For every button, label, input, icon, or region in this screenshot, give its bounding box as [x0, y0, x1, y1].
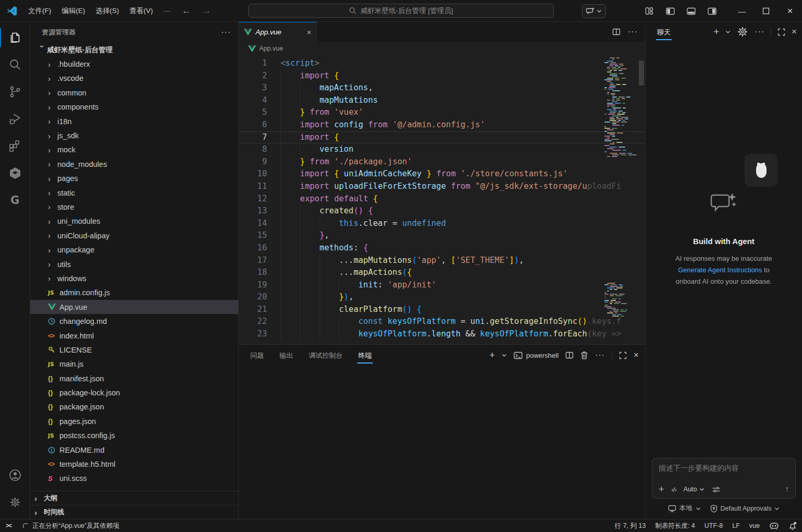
command-center-search[interactable]: 咸虾米壁纸-后台管理 [管理员] — [248, 4, 554, 18]
menu-item-file[interactable]: 文件(F) — [23, 4, 56, 18]
editor-scrollbar[interactable] — [638, 55, 645, 344]
tree-item-utils[interactable]: ›utils — [30, 257, 238, 271]
back-arrow-icon[interactable]: ← — [177, 5, 196, 17]
split-terminal-icon[interactable] — [565, 352, 574, 359]
shell-label[interactable]: powershell — [526, 352, 558, 359]
generate-agent-instructions-link[interactable]: Generate Agent Instructions — [678, 266, 762, 274]
maximize-chat-icon[interactable] — [777, 28, 785, 36]
toggle-sidebar-icon[interactable] — [661, 3, 679, 19]
tree-item-main-js[interactable]: JSmain.js — [30, 357, 238, 371]
session-target-picker[interactable]: 本地 — [668, 504, 701, 513]
toggle-secondary-sidebar-icon[interactable] — [703, 3, 721, 19]
terminal-dropdown-icon[interactable] — [502, 353, 507, 357]
search-sidebar-icon[interactable] — [0, 51, 30, 78]
tree-item-js-sdk[interactable]: ›js_sdk — [30, 128, 238, 142]
tree-item-readme-md[interactable]: README.md — [30, 443, 238, 457]
menu-item-view[interactable]: 查看(V) — [124, 4, 158, 18]
maximize-button[interactable] — [754, 0, 778, 22]
new-chat-dropdown-icon[interactable] — [725, 30, 731, 34]
copilot-chat-button[interactable] — [582, 4, 606, 18]
breadcrumb[interactable]: App.vue — [239, 42, 645, 55]
section-timeline[interactable]: ›时间线 — [30, 505, 238, 519]
gitlens-icon[interactable]: G — [0, 187, 30, 214]
model-picker[interactable]: Auto — [684, 486, 704, 493]
tree-item-index-html[interactable]: <>index.html — [30, 329, 238, 343]
tree-item-admin-config-js[interactable]: JSadmin.config.js — [30, 286, 238, 300]
kill-terminal-icon[interactable] — [580, 351, 588, 359]
tree-item-app-vue[interactable]: App.vue — [30, 300, 238, 314]
panel-tab-terminal[interactable]: 终端 — [357, 346, 373, 365]
code-context-icon[interactable]: ‹/› — [672, 486, 676, 493]
tree-item-components[interactable]: ›components — [30, 100, 238, 114]
status-encoding[interactable]: UTF-8 — [704, 522, 723, 529]
chat-more-actions-icon[interactable]: ··· — [755, 27, 764, 37]
customize-layout-icon[interactable] — [640, 3, 658, 19]
new-terminal-icon[interactable]: + — [489, 350, 495, 360]
new-chat-icon[interactable]: + — [714, 27, 720, 37]
tree-item-node-modules[interactable]: ›node_modules — [30, 157, 238, 171]
terminal-content[interactable] — [239, 366, 645, 519]
tree-item--hbuilderx[interactable]: ›.hbuilderx — [30, 57, 238, 71]
tree-item-uni-modules[interactable]: ›uni_modules — [30, 214, 238, 228]
split-editor-icon[interactable] — [612, 28, 621, 35]
explorer-more-actions-icon[interactable]: ··· — [221, 28, 231, 37]
tree-item-i18n[interactable]: ›i18n — [30, 114, 238, 128]
minimap[interactable] — [604, 57, 637, 317]
panel-tab-debug-console[interactable]: 调试控制台 — [308, 346, 344, 365]
tree-item-unpackage[interactable]: ›unpackage — [30, 243, 238, 257]
tree-item-mock[interactable]: ›mock — [30, 143, 238, 157]
tree-item-package-json[interactable]: {}package.json — [30, 400, 238, 414]
editor-more-actions-icon[interactable]: ··· — [628, 27, 638, 37]
tree-item-common[interactable]: ›common — [30, 86, 238, 100]
explorer-icon[interactable] — [0, 24, 30, 51]
source-control-icon[interactable] — [0, 78, 30, 105]
tree-item-windows[interactable]: ›windows — [30, 271, 238, 285]
minimize-button[interactable]: ― — [730, 0, 754, 22]
status-tab-size[interactable]: 制表符长度: 4 — [655, 522, 695, 530]
menu-item-selection[interactable]: 选择(S) — [90, 4, 124, 18]
tab-app-vue[interactable]: App.vue × — [239, 22, 317, 42]
status-cursor-position[interactable]: 行 7, 列 13 — [615, 522, 646, 530]
section-outline[interactable]: ›大纲 — [30, 491, 238, 505]
remote-indicator-icon[interactable]: >< — [0, 519, 17, 532]
tree-item--vscode[interactable]: ›.vscode — [30, 71, 238, 86]
notifications-bell-icon[interactable] — [788, 522, 797, 530]
chat-settings-gear-icon[interactable] — [737, 26, 748, 38]
tab-chat[interactable]: 聊天 — [656, 22, 672, 42]
tree-item-pages[interactable]: ›pages — [30, 172, 238, 186]
code-editor[interactable]: 1<script>2import {3mapActions,4mapMutati… — [239, 55, 645, 344]
tree-item-pages-json[interactable]: {}pages.json — [30, 414, 238, 428]
tree-item-license[interactable]: LICENSE — [30, 343, 238, 357]
extensions-icon[interactable] — [0, 132, 30, 160]
status-eol[interactable]: LF — [732, 522, 740, 529]
close-panel-icon[interactable]: × — [634, 350, 639, 360]
panel-tab-problems[interactable]: 问题 — [249, 346, 265, 365]
attach-context-icon[interactable]: + — [659, 485, 664, 494]
tree-item-static[interactable]: ›static — [30, 186, 238, 200]
menu-item-more[interactable]: ··· — [158, 4, 176, 17]
tree-item-uni-scss[interactable]: Suni.scss — [30, 471, 238, 486]
chat-input-box[interactable]: + ‹/› Auto ↑ — [652, 458, 796, 499]
close-button[interactable]: × — [778, 0, 802, 22]
tree-item-manifest-json[interactable]: {}manifest.json — [30, 371, 238, 385]
forward-arrow-icon[interactable]: → — [197, 5, 216, 17]
tools-sliders-icon[interactable] — [712, 486, 721, 493]
copilot-status-icon[interactable] — [769, 522, 779, 530]
tree-item-changelog-md[interactable]: changelog.md — [30, 314, 238, 328]
panel-more-actions-icon[interactable]: ··· — [595, 350, 605, 360]
chat-input[interactable] — [659, 464, 789, 481]
approvals-picker[interactable]: Default Approvals — [710, 504, 780, 513]
scrollbar-slider[interactable] — [639, 61, 644, 86]
uniapp-extension-icon[interactable] — [0, 160, 30, 187]
panel-tab-output[interactable]: 输出 — [278, 346, 294, 365]
account-icon[interactable] — [0, 462, 30, 489]
tree-item-template-h5-html[interactable]: <>template.h5.html — [30, 457, 238, 471]
maximize-panel-icon[interactable] — [619, 352, 627, 359]
tree-item-unicloud-alipay[interactable]: ›uniCloud-alipay — [30, 228, 238, 243]
close-chat-icon[interactable]: × — [792, 27, 797, 37]
tree-item-postcss-config-js[interactable]: JSpostcss.config.js — [30, 429, 238, 443]
tree-item-package-lock-json[interactable]: {}package-lock.json — [30, 385, 238, 400]
tree-item-store[interactable]: ›store — [30, 200, 238, 214]
breadcrumb-file[interactable]: App.vue — [259, 45, 283, 52]
settings-gear-icon[interactable] — [0, 489, 30, 516]
